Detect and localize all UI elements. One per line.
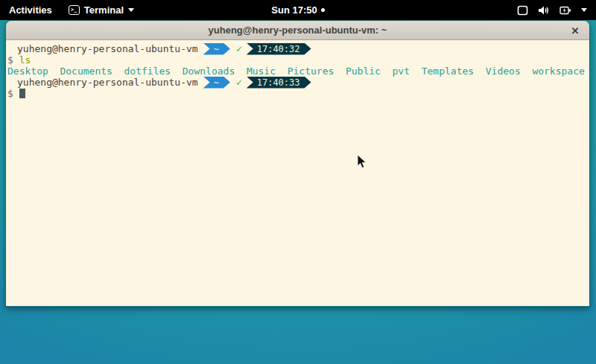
prompt-path: ~: [214, 43, 219, 55]
prompt-time: 17:40:33: [257, 77, 300, 89]
system-tray-menu[interactable]: [508, 0, 596, 20]
battery-charging-icon: [559, 5, 571, 16]
app-indicator-terminal[interactable]: >_ Terminal: [61, 0, 142, 20]
display-icon: [517, 5, 528, 16]
directory-entry: Pictures: [288, 66, 335, 77]
input-line: $: [7, 88, 588, 99]
window-titlebar[interactable]: yuheng@henry-personal-ubuntu-vm: ~ ✕: [6, 21, 589, 40]
volume-icon: [538, 5, 550, 16]
prompt-time: 17:40:32: [257, 43, 300, 55]
app-indicator-label: Terminal: [84, 4, 124, 16]
prompt-symbol: $: [7, 54, 13, 66]
command-line: $ ls: [7, 54, 588, 66]
check-icon: ✓: [236, 43, 242, 54]
prompt-symbol: $: [7, 88, 13, 99]
terminal-content[interactable]: yuheng@henry-personal-ubuntu-vm ~ ✓ 17:4…: [6, 40, 589, 306]
prompt-line: yuheng@henry-personal-ubuntu-vm ~ ✓ 17:4…: [7, 43, 588, 54]
prompt-user-host: yuheng@henry-personal-ubuntu-vm: [17, 43, 198, 54]
terminal-app-icon: >_: [69, 5, 80, 15]
directory-entry: workspace: [532, 66, 584, 77]
directory-entry: Documents: [60, 66, 112, 77]
directory-entry: Desktop: [7, 66, 48, 77]
terminal-window: yuheng@henry-personal-ubuntu-vm: ~ ✕ yuh…: [6, 21, 589, 307]
chevron-down-icon: [581, 8, 587, 12]
directory-entry: Music: [247, 66, 276, 77]
chevron-down-icon: [128, 8, 134, 12]
directory-entry: Downloads: [183, 66, 235, 77]
desktop: { "topbar": { "activities_label": "Activ…: [0, 0, 596, 364]
directory-entry: dotfiles: [124, 66, 171, 77]
prompt-time-segment: 17:40:33: [247, 77, 311, 89]
directory-entry: Public: [346, 66, 381, 77]
terminal-cursor: [19, 89, 25, 98]
ls-output: DesktopDocumentsdotfilesDownloadsMusicPi…: [7, 66, 588, 77]
close-button[interactable]: ✕: [567, 21, 583, 40]
directory-entry: pvt: [393, 66, 410, 77]
prompt-path-segment: ~: [203, 43, 230, 55]
activities-button[interactable]: Activities: [0, 0, 61, 20]
prompt-time-segment: 17:40:32: [247, 43, 311, 55]
top-bar: Activities >_ Terminal Sun 17:50: [0, 0, 596, 20]
window-title: yuheng@henry-personal-ubuntu-vm: ~: [209, 25, 387, 36]
clock[interactable]: Sun 17:50: [271, 4, 317, 16]
directory-entry: Templates: [422, 66, 474, 77]
directory-entry: Videos: [486, 66, 521, 77]
prompt-path-segment: ~: [203, 77, 230, 89]
prompt-path: ~: [214, 77, 219, 89]
notification-dot-icon: [321, 8, 325, 12]
command-text: ls: [19, 54, 31, 66]
check-icon: ✓: [236, 77, 242, 88]
prompt-line: yuheng@henry-personal-ubuntu-vm ~ ✓ 17:4…: [7, 77, 588, 88]
prompt-user-host: yuheng@henry-personal-ubuntu-vm: [17, 77, 198, 88]
